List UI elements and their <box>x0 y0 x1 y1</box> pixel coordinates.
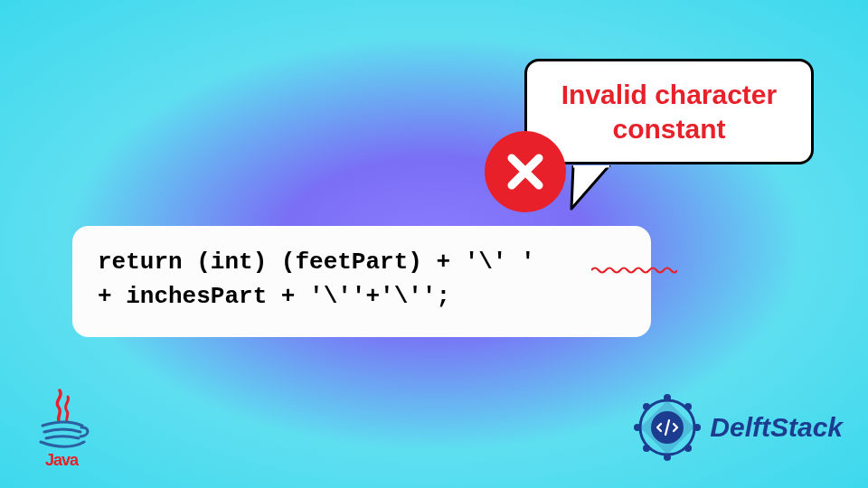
error-tooltip-tail <box>564 165 618 211</box>
svg-point-3 <box>693 424 701 431</box>
svg-point-5 <box>664 454 671 461</box>
java-logo-text: Java <box>25 451 98 470</box>
code-line-1: return (int) (feetPart) + '\' ' <box>98 246 626 280</box>
code-line-2: + inchesPart + '\''+'\''; <box>98 280 626 314</box>
svg-point-2 <box>684 403 692 410</box>
svg-point-7 <box>634 424 641 431</box>
svg-point-8 <box>643 403 650 410</box>
delftstack-emblem-icon <box>632 392 703 463</box>
delftstack-logo: DelftStack <box>632 392 843 463</box>
error-message-line-2: constant <box>547 112 791 146</box>
error-message-line-1: Invalid character <box>547 78 791 112</box>
svg-point-6 <box>643 445 650 452</box>
delftstack-logo-text: DelftStack <box>710 412 843 443</box>
error-tooltip-bubble: Invalid character constant <box>524 59 814 164</box>
svg-point-4 <box>684 445 692 452</box>
svg-point-1 <box>664 394 671 401</box>
java-cup-icon <box>25 388 98 451</box>
code-snippet-box: return (int) (feetPart) + '\' ' + inches… <box>72 226 651 337</box>
java-logo: Java <box>25 388 98 470</box>
error-x-icon <box>485 131 566 212</box>
error-squiggle-underline <box>591 266 677 275</box>
